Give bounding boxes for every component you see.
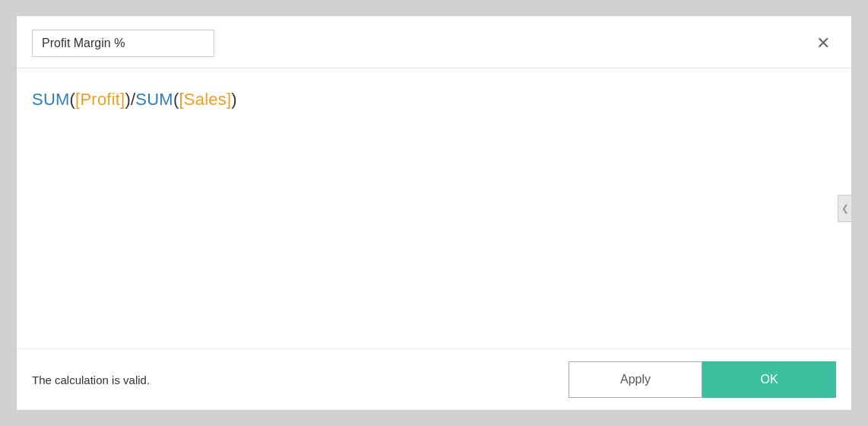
footer-buttons: Apply OK xyxy=(569,361,836,398)
apply-button[interactable]: Apply xyxy=(569,361,702,398)
sum-func-1: SUM xyxy=(32,90,70,109)
sum-func-2: SUM xyxy=(135,90,173,109)
validation-message: The calculation is valid. xyxy=(32,374,150,386)
open-bracket-1: ( xyxy=(70,90,76,109)
chevron-left-icon: ❮ xyxy=(841,203,849,214)
formula-display: SUM([Profit])/SUM([Sales]) xyxy=(32,87,836,112)
profit-field: [Profit] xyxy=(75,90,125,109)
dialog-header: ✕ xyxy=(17,16,851,68)
dialog-footer: The calculation is valid. Apply OK xyxy=(17,348,851,410)
calculation-dialog: ✕ SUM([Profit])/SUM([Sales]) ❮ The calcu… xyxy=(16,15,852,411)
close-bracket-2: ) xyxy=(231,90,237,109)
ok-button[interactable]: OK xyxy=(702,361,836,398)
calculation-title-input[interactable] xyxy=(32,30,214,57)
close-bracket-1: ) xyxy=(125,90,131,109)
sidebar-toggle-arrow[interactable]: ❮ xyxy=(838,195,851,222)
dialog-body: SUM([Profit])/SUM([Sales]) ❮ xyxy=(17,68,851,348)
close-button[interactable]: ✕ xyxy=(810,32,836,55)
sales-field: [Sales] xyxy=(179,90,231,109)
